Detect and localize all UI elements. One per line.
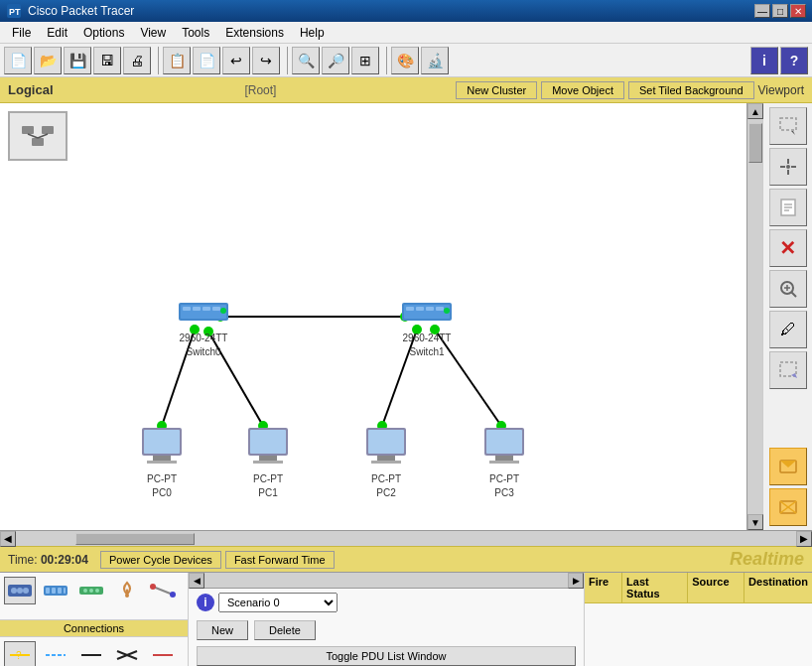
viewport-label: Viewport [758,83,804,97]
device-pc1[interactable]: PC-PT PC1 [233,426,303,499]
hscroll-track[interactable] [16,532,796,546]
conn-console[interactable] [40,641,71,666]
fast-forward-button[interactable]: Fast Forward Time [225,551,335,569]
svg-rect-25 [193,307,201,311]
svg-point-83 [125,594,129,598]
switch1-label2: Switch1 [409,346,444,358]
switch0-label2: Switch0 [186,346,220,358]
window-controls[interactable]: — □ ✕ [754,4,806,18]
toolbar-print[interactable]: 🖨 [123,47,151,74]
power-cycle-button[interactable]: Power Cycle Devices [100,551,221,569]
pc1-icon [243,426,293,471]
pdu-complex-tool[interactable] [769,488,807,526]
svg-rect-31 [406,307,414,311]
svg-point-81 [89,589,93,593]
toolbar-zoom-in[interactable]: 🔍 [292,47,320,74]
menu-help[interactable]: Help [292,24,333,42]
scenario-select[interactable]: Scenario 0 [218,593,338,612]
menu-edit[interactable]: Edit [39,24,75,42]
time-value: 00:29:04 [41,553,88,567]
select-area-tool[interactable] [769,351,807,389]
category-connections[interactable] [147,577,179,604]
toolbar-palette[interactable]: 🎨 [391,47,419,74]
svg-point-80 [83,589,87,593]
vscroll-up[interactable]: ▲ [747,103,763,119]
minimize-button[interactable]: — [754,4,770,18]
toolbar-open[interactable]: 📂 [34,47,62,74]
svg-text:?: ? [16,650,22,661]
device-pc3[interactable]: PC-PT PC3 [470,426,539,499]
category-routers[interactable] [4,577,36,604]
select-tool[interactable] [769,107,807,145]
pc3-icon [479,426,529,471]
toolbar-inspect[interactable]: 🔬 [421,47,449,74]
vscroll-thumb[interactable] [748,123,762,163]
horizontal-scrollbar[interactable]: ◀ ▶ [0,530,812,546]
pdu-delete-button[interactable]: Delete [254,620,316,640]
menu-view[interactable]: View [132,24,174,42]
toolbar-zoom-out[interactable]: 🔎 [322,47,349,74]
fire-panel: Fire Last Status Source Destination [584,573,812,666]
hscroll-thumb[interactable] [75,533,195,545]
right-tool-panel: ✕ 🖊 [762,103,812,530]
menu-extensions[interactable]: Extensions [217,24,292,42]
zoom-tool[interactable] [769,270,807,308]
maximize-button[interactable]: □ [772,4,788,18]
hscroll-left[interactable]: ◀ [0,531,16,547]
move-tool[interactable] [769,148,807,186]
category-switches[interactable] [40,577,71,604]
network-canvas[interactable]: 2960-24TT Switch0 2960-24TT Switch1 [0,103,746,530]
vertical-scrollbar[interactable]: ▲ ▼ [746,103,762,530]
toolbar-zoom-fit[interactable]: ⊞ [351,47,379,74]
menu-tools[interactable]: Tools [174,24,217,42]
device-switch0[interactable]: 2960-24TT Switch0 [169,297,238,358]
status-time-label: Time: 00:29:04 [8,553,88,567]
toolbar-save2[interactable]: 🖫 [93,47,121,74]
delete-tool[interactable]: ✕ [769,229,807,267]
toolbar-paste[interactable]: 📄 [193,47,220,74]
vscroll-down[interactable]: ▼ [747,514,763,530]
conn-copper-cross[interactable] [111,641,143,666]
hscroll-right[interactable]: ▶ [796,531,812,547]
toolbar-save[interactable]: 💾 [64,47,91,74]
device-switch1[interactable]: 2960-24TT Switch1 [392,297,462,358]
switch1-icon [400,297,454,331]
menu-options[interactable]: Options [75,24,132,42]
pdu-new-button[interactable]: New [197,620,248,640]
note-tool[interactable] [769,189,807,226]
pdu-hscroll-track[interactable] [204,574,568,588]
category-hubs[interactable] [75,577,107,604]
app-icon: PT [6,3,22,19]
toggle-pdu-button[interactable]: Toggle PDU List Window [197,646,576,666]
svg-rect-49 [486,430,522,454]
set-tiled-button[interactable]: Set Tiled Background [628,81,754,99]
toolbar-undo[interactable]: ↩ [222,47,250,74]
device-pc2[interactable]: PC-PT PC2 [351,426,421,499]
titlebar: PT Cisco Packet Tracer — □ ✕ [0,0,812,22]
toolbar-copy[interactable]: 📋 [163,47,191,74]
toolbar-redo[interactable]: ↪ [252,47,280,74]
logical-icon[interactable] [8,111,68,161]
pdu-hscroll-right[interactable]: ▶ [568,573,584,589]
col-source: Source [688,573,744,602]
svg-rect-27 [212,307,220,311]
menu-file[interactable]: File [4,24,39,42]
pdu-panel: ◀ ▶ i Scenario 0 New Delete Toggle PDU L… [189,573,584,666]
annotation-tool[interactable]: 🖊 [769,311,807,348]
category-wireless[interactable] [111,577,143,604]
toolbar-help[interactable]: ? [780,47,808,74]
move-object-button[interactable]: Move Object [541,81,624,99]
pc2-label1: PC-PT [371,473,401,485]
close-button[interactable]: ✕ [790,4,806,18]
conn-auto[interactable]: ? [4,641,36,666]
pdu-simple-tool[interactable] [769,448,807,485]
pdu-hscroll-left[interactable]: ◀ [189,573,204,589]
pdu-hscrollbar[interactable]: ◀ ▶ [189,573,584,589]
conn-fiber[interactable] [147,641,179,666]
toolbar-new[interactable]: 📄 [4,47,32,74]
device-pc0[interactable]: PC-PT PC0 [127,426,197,499]
toolbar-info[interactable]: i [750,47,778,74]
new-cluster-button[interactable]: New Cluster [456,81,537,99]
svg-rect-45 [368,430,404,454]
conn-copper-straight[interactable] [75,641,107,666]
